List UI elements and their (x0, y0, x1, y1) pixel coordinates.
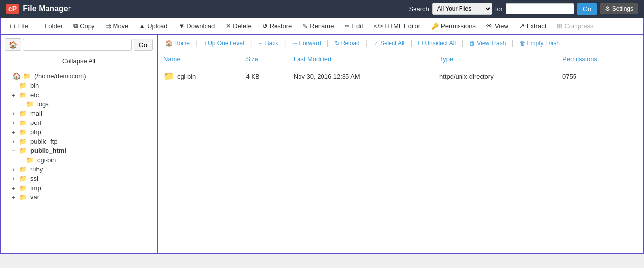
home-action-button[interactable]: 🏠 Home (161, 38, 194, 49)
col-type[interactable]: Type (434, 51, 556, 67)
left-panel: 🏠 public_html Go Collapse All −🏠📁(/home/… (1, 35, 158, 253)
settings-button[interactable]: ⚙ Settings (600, 3, 638, 14)
empty-trash-button[interactable]: 🗑 Empty Trash (516, 38, 564, 49)
table-row[interactable]: 📁 cgi-bin 4 KB Nov 30, 2016 12:35 AM htt… (158, 67, 643, 86)
up-icon: ↑ (204, 40, 207, 47)
download-label: Download (186, 23, 215, 30)
tree-item[interactable]: 📁bin (5, 81, 153, 90)
path-bar: 🏠 public_html Go (1, 35, 157, 54)
col-last-modified[interactable]: Last Modified (288, 51, 434, 67)
file-table-body: 📁 cgi-bin 4 KB Nov 30, 2016 12:35 AM htt… (158, 67, 643, 86)
unselect-all-button[interactable]: ☐ Unselect All (414, 38, 460, 49)
path-go-button[interactable]: Go (134, 39, 153, 51)
tree-item[interactable]: 📁cgi-bin (5, 155, 153, 165)
tree-item[interactable]: −🏠📁(/home/democom) (5, 71, 153, 81)
download-button[interactable]: ▼ Download (173, 20, 220, 32)
tree-item[interactable]: −📁public_html (5, 146, 153, 155)
folder-label: Folder (45, 23, 63, 30)
new-file-button[interactable]: + + File (4, 20, 33, 32)
forward-button[interactable]: → Forward (288, 38, 325, 49)
back-button[interactable]: ← Back (254, 38, 282, 49)
folder-icon: 📁 (19, 166, 27, 173)
rename-button[interactable]: ✎ Rename (298, 20, 339, 32)
tree-item[interactable]: +📁tmp (5, 183, 153, 193)
extract-button[interactable]: ↗ Extract (514, 20, 551, 32)
view-button[interactable]: 👁 View (482, 20, 513, 32)
file-name: cgi-bin (177, 73, 196, 80)
delete-label: Delete (233, 23, 252, 30)
main-layout: 🏠 public_html Go Collapse All −🏠📁(/home/… (0, 35, 644, 254)
new-folder-button[interactable]: + Folder (34, 20, 68, 32)
folder-icon: 📁 (19, 147, 27, 154)
home-folder-icon: 🏠 (12, 72, 21, 80)
expand-icon: + (12, 120, 18, 126)
app-title: File Manager (23, 4, 71, 13)
tree-item[interactable]: +📁ruby (5, 165, 153, 174)
restore-label: Restore (270, 23, 292, 30)
search-scope-select[interactable]: All Your FilesFile Names OnlyFile Conten… (432, 3, 492, 15)
tree-item[interactable]: +📁mail (5, 109, 153, 118)
tree-item[interactable]: +📁public_ftp (5, 137, 153, 146)
html-editor-button[interactable]: </> HTML Editor (369, 20, 425, 32)
search-label: Search (409, 5, 429, 13)
tree-item-label: bin (30, 82, 39, 89)
permissions-icon: 🔑 (431, 23, 439, 30)
expand-icon: + (12, 185, 18, 191)
home-icon: 🏠 (165, 40, 173, 47)
reload-icon: ↻ (335, 40, 340, 47)
trash-icon: 🗑 (469, 40, 475, 47)
tree-item[interactable]: +📁ssl (5, 174, 153, 183)
folder-icon: 📁 (19, 175, 27, 182)
path-home-button[interactable]: 🏠 (5, 38, 21, 51)
upload-button[interactable]: ▲ Upload (134, 20, 172, 32)
up-one-level-label: Up One Level (208, 40, 244, 47)
move-button[interactable]: ⇉ Move (101, 20, 134, 32)
col-size[interactable]: Size (240, 51, 287, 67)
folder-icon: 📁 (26, 156, 34, 164)
tree-item[interactable]: +📁perl (5, 118, 153, 127)
up-one-level-button[interactable]: ↑ Up One Level (200, 38, 248, 49)
search-input[interactable] (506, 3, 574, 14)
view-label: View (495, 23, 508, 30)
expand-icon: − (12, 148, 18, 154)
folder-icon: 📁 (26, 100, 34, 108)
select-all-button[interactable]: ☑ Select All (369, 38, 408, 49)
folder-icon: 📁 (23, 73, 31, 80)
edit-button[interactable]: ✏ Edit (340, 20, 368, 32)
delete-button[interactable]: ✕ Delete (221, 20, 256, 32)
copy-label: Copy (80, 23, 94, 30)
folder-icon: 📁 (19, 138, 27, 145)
uncheck-icon: ☐ (418, 40, 423, 47)
separator-4: | (326, 39, 330, 48)
file-table-container: Name Size Last Modified Type Permissions… (158, 51, 643, 253)
cpanel-logo: cP (6, 4, 19, 14)
reload-button[interactable]: ↻ Reload (331, 38, 364, 49)
permissions-button[interactable]: 🔑 Permissions (426, 20, 481, 32)
folder-icon: 📁 (19, 194, 27, 201)
back-label: Back (265, 40, 278, 47)
path-input[interactable]: public_html (23, 39, 132, 51)
tree-item[interactable]: +📁var (5, 193, 153, 202)
tree-item-label: public_ftp (30, 138, 58, 145)
col-name[interactable]: Name (158, 51, 240, 67)
collapse-all-button[interactable]: Collapse All (1, 54, 157, 68)
select-all-label: Select All (380, 40, 404, 47)
separator-5: | (365, 39, 368, 48)
unselect-all-label: Unselect All (425, 40, 456, 47)
checkbox-icon: ☑ (373, 40, 379, 47)
tree-item[interactable]: +📁etc (5, 90, 153, 99)
html-editor-icon: </> (374, 23, 383, 30)
copy-icon: ⧉ (73, 22, 78, 30)
col-permissions[interactable]: Permissions (556, 51, 643, 67)
compress-button[interactable]: ⊞ Compress (552, 20, 598, 32)
move-icon: ⇉ (106, 23, 111, 30)
tree-item[interactable]: 📁logs (5, 99, 153, 109)
view-trash-button[interactable]: 🗑 View Trash (465, 38, 509, 49)
restore-button[interactable]: ↺ Restore (257, 20, 297, 32)
empty-trash-label: Empty Trash (527, 40, 560, 47)
expand-icon: + (12, 167, 18, 172)
tree-item[interactable]: +📁php (5, 127, 153, 137)
search-go-button[interactable]: Go (577, 3, 597, 15)
copy-button[interactable]: ⧉ Copy (69, 20, 99, 32)
restore-icon: ↺ (262, 23, 268, 30)
